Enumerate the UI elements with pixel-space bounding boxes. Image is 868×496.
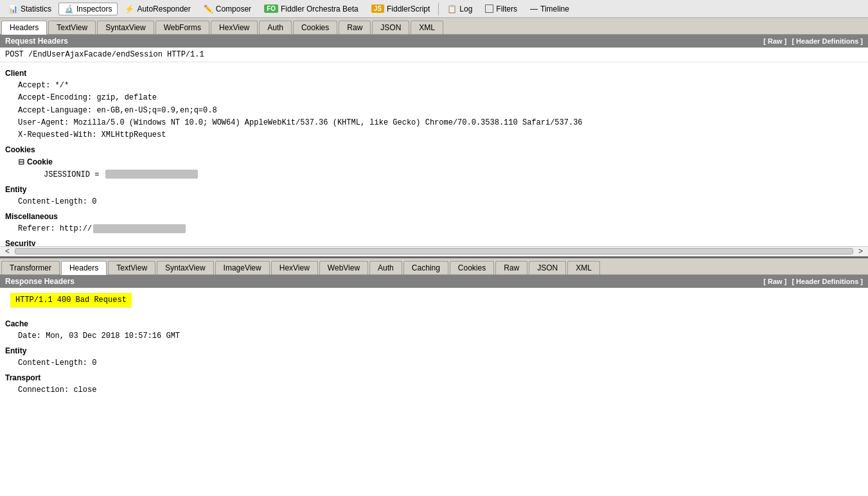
sub-group-cookie: ⊟Cookie — [5, 156, 863, 168]
toolbar-autoresponder-label: AutoResponder — [137, 4, 190, 13]
header-content-length-req: Content-Length: 0 — [5, 196, 863, 208]
referer-value — [93, 224, 186, 233]
main-content: Headers TextView SyntaxView WebForms Hex… — [0, 18, 868, 496]
tab-response-auth[interactable]: Auth — [369, 261, 402, 274]
tab-response-syntaxview[interactable]: SyntaxView — [157, 261, 213, 274]
log-icon: 📋 — [447, 4, 457, 13]
response-header-definitions-link[interactable]: [ Header Definitions ] — [792, 278, 863, 285]
request-panel: Headers TextView SyntaxView WebForms Hex… — [0, 18, 868, 258]
toolbar-filters[interactable]: Filters — [479, 3, 523, 15]
response-tab-bar: Transformer Headers TextView SyntaxView … — [0, 258, 868, 275]
tab-request-auth[interactable]: Auth — [259, 21, 292, 34]
toolbar-statistics-label: Statistics — [21, 4, 51, 13]
request-headers-content: Client Accept: */* Accept-Encoding: gzip… — [0, 62, 868, 246]
request-raw-link[interactable]: [ Raw ] — [763, 37, 786, 45]
header-accept-language: Accept-Language: en-GB,en-US;q=0.9,en;q=… — [5, 105, 863, 117]
toolbar-composer-label: Composer — [216, 4, 251, 13]
orchestra-icon: FO — [264, 4, 278, 13]
hscroll-bar[interactable] — [15, 248, 853, 254]
toolbar-log[interactable]: 📋 Log — [441, 3, 478, 15]
request-header-definitions-link[interactable]: [ Header Definitions ] — [792, 37, 863, 45]
header-connection-resp: Connection: close — [5, 384, 863, 396]
cookie-collapse-icon[interactable]: ⊟ — [18, 157, 24, 166]
request-header-links: [ Raw ] [ Header Definitions ] — [763, 37, 863, 45]
group-security-title: Security — [5, 238, 863, 245]
composer-icon: ✏️ — [204, 4, 213, 13]
request-tab-bar: Headers TextView SyntaxView WebForms Hex… — [0, 18, 868, 35]
response-line-wrapper: HTTP/1.1 400 Bad Request — [0, 288, 868, 313]
toolbar-orchestrabeta[interactable]: FO Fiddler Orchestra Beta — [258, 3, 364, 15]
header-jsessionid: JSESSIONID = — [5, 169, 863, 181]
tab-request-xml[interactable]: XML — [411, 21, 443, 34]
statistics-icon: 📊 — [8, 4, 18, 13]
tab-response-webview[interactable]: WebView — [319, 261, 368, 274]
group-transport-resp-title: Transport — [5, 372, 863, 384]
tab-request-raw[interactable]: Raw — [339, 21, 371, 34]
tab-request-webforms[interactable]: WebForms — [155, 21, 209, 34]
tab-response-transformer[interactable]: Transformer — [1, 261, 60, 274]
tab-request-cookies[interactable]: Cookies — [293, 21, 337, 34]
fiddlerscript-icon: JS — [371, 4, 384, 13]
request-hscroll: < > — [0, 246, 868, 256]
header-accept: Accept: */* — [5, 80, 863, 92]
group-cache-title: Cache — [5, 318, 863, 330]
group-client-title: Client — [5, 67, 863, 80]
hscroll-left-arrow[interactable]: < — [3, 247, 12, 256]
main-toolbar: 📊 Statistics 🔬 Inspectors ⚡ AutoResponde… — [0, 0, 868, 18]
toolbar-inspectors[interactable]: 🔬 Inspectors — [58, 3, 118, 15]
tab-request-json[interactable]: JSON — [372, 21, 409, 34]
tab-response-caching[interactable]: Caching — [403, 261, 448, 274]
filters-checkbox-icon[interactable] — [485, 4, 493, 13]
toolbar-separator-1 — [438, 3, 439, 15]
tab-response-xml[interactable]: XML — [567, 261, 600, 274]
response-section-title: Response Headers — [5, 277, 75, 286]
group-cookies-title: Cookies — [5, 144, 863, 156]
response-raw-link[interactable]: [ Raw ] — [763, 278, 786, 285]
header-content-length-resp: Content-Length: 0 — [5, 357, 863, 369]
timeline-icon: — — [530, 4, 538, 13]
header-accept-encoding: Accept-Encoding: gzip, deflate — [5, 92, 863, 104]
response-headers-content: Cache Date: Mon, 03 Dec 2018 10:57:16 GM… — [0, 313, 868, 400]
toolbar-inspectors-label: Inspectors — [76, 4, 112, 13]
header-user-agent: User-Agent: Mozilla/5.0 (Windows NT 10.0… — [5, 117, 863, 129]
tab-request-textview[interactable]: TextView — [48, 21, 96, 34]
toolbar-timeline[interactable]: — Timeline — [524, 3, 575, 15]
header-date: Date: Mon, 03 Dec 2018 10:57:16 GMT — [5, 330, 863, 342]
header-x-requested-with: X-Requested-With: XMLHttpRequest — [5, 129, 863, 141]
request-section-title: Request Headers — [5, 37, 68, 46]
tab-response-imageview[interactable]: ImageView — [215, 261, 270, 274]
tab-response-raw[interactable]: Raw — [495, 261, 527, 274]
tab-request-syntaxview[interactable]: SyntaxView — [97, 21, 154, 34]
tab-request-headers[interactable]: Headers — [1, 21, 47, 35]
toolbar-fiddlerscript[interactable]: JS FiddlerScript — [366, 3, 436, 15]
tab-response-json[interactable]: JSON — [529, 261, 566, 274]
header-referer: Referer: http:// — [5, 223, 863, 235]
tab-response-headers[interactable]: Headers — [61, 261, 107, 275]
request-content: POST /EndUserAjaxFacade/endSession HTTP/… — [0, 48, 868, 246]
response-panel: Transformer Headers TextView SyntaxView … — [0, 258, 868, 497]
toolbar-log-label: Log — [459, 4, 472, 13]
group-entity-title: Entity — [5, 184, 863, 196]
toolbar-autoresponder[interactable]: ⚡ AutoResponder — [119, 3, 196, 15]
response-content: HTTP/1.1 400 Bad Request Cache Date: Mon… — [0, 288, 868, 497]
request-line: POST /EndUserAjaxFacade/endSession HTTP/… — [0, 48, 868, 62]
toolbar-fiddlerscript-label: FiddlerScript — [387, 4, 430, 13]
autoresponder-icon: ⚡ — [125, 4, 134, 13]
response-section-header: Response Headers [ Raw ] [ Header Defini… — [0, 275, 868, 288]
tab-response-hexview[interactable]: HexView — [271, 261, 318, 274]
response-status-line: HTTP/1.1 400 Bad Request — [10, 293, 132, 308]
toolbar-orchestra-label: Fiddler Orchestra Beta — [281, 4, 359, 13]
request-section-header: Request Headers [ Raw ] [ Header Definit… — [0, 35, 868, 48]
tab-request-hexview[interactable]: HexView — [211, 21, 258, 34]
toolbar-timeline-label: Timeline — [540, 4, 569, 13]
tab-response-cookies[interactable]: Cookies — [450, 261, 494, 274]
toolbar-composer[interactable]: ✏️ Composer — [198, 3, 257, 15]
jsessionid-value — [105, 170, 198, 179]
hscroll-right-arrow[interactable]: > — [856, 247, 865, 256]
inspectors-icon: 🔬 — [64, 4, 74, 13]
response-header-links: [ Raw ] [ Header Definitions ] — [763, 278, 863, 285]
group-miscellaneous-title: Miscellaneous — [5, 211, 863, 223]
tab-response-textview[interactable]: TextView — [108, 261, 155, 274]
group-entity-resp-title: Entity — [5, 345, 863, 357]
toolbar-statistics[interactable]: 📊 Statistics — [3, 3, 57, 15]
